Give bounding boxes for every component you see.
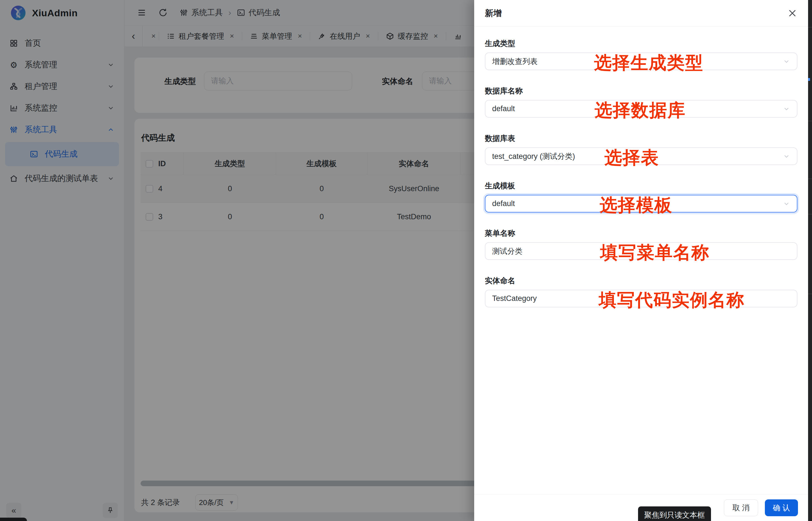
scrollbar-segment [808, 179, 812, 179]
corner-tooltip-fragment [0, 518, 27, 521]
input-value: TestCategory [492, 294, 790, 303]
drawer-header: 新增 [474, 0, 808, 27]
field-gen-template: 生成模板 default 选择模板 [485, 181, 797, 212]
input-value: 测试分类 [492, 246, 790, 256]
menu-name-input[interactable]: 测试分类 [485, 242, 797, 260]
field-label: 数据库名称 [485, 87, 797, 95]
table-select[interactable]: test_category (测试分类) [485, 148, 797, 165]
chevron-down-icon [783, 58, 790, 65]
scrollbar-segment [808, 121, 812, 121]
select-value: default [492, 199, 783, 208]
browser-scrollbar-strip[interactable] [808, 0, 812, 521]
select-value: test_category (测试分类) [492, 151, 783, 161]
template-select[interactable]: default [485, 195, 797, 212]
field-menu-name: 菜单名称 测试分类 填写菜单名称 [485, 229, 797, 260]
gen-type-select[interactable]: 增删改查列表 [485, 52, 797, 70]
confirm-button[interactable]: 确 认 [765, 499, 798, 516]
cancel-button[interactable]: 取 消 [724, 499, 758, 516]
field-label: 生成类型 [485, 39, 797, 48]
readonly-focus-tooltip: 聚焦到只读文本框 [638, 506, 711, 521]
entity-name-input[interactable]: TestCategory [485, 290, 797, 308]
drawer-title: 新增 [485, 7, 787, 19]
chevron-down-icon [783, 105, 790, 113]
database-select[interactable]: default [485, 100, 797, 118]
drawer-form: 生成类型 增删改查列表 选择生成类型 数据库名称 default 选择 [474, 27, 808, 308]
close-icon[interactable] [787, 8, 797, 18]
field-gen-type: 生成类型 增删改查列表 选择生成类型 [485, 39, 797, 70]
field-label: 生成模板 [485, 181, 797, 190]
field-entity-name: 实体命名 TestCategory 填写代码实例名称 [485, 276, 797, 308]
field-label: 菜单名称 [485, 229, 797, 238]
scrollbar-segment [808, 27, 812, 27]
scrollbar-segment [808, 294, 812, 294]
new-record-drawer: 新增 生成类型 增删改查列表 选择生成类型 数据库名称 default [474, 0, 808, 521]
scrollbar-marker [808, 78, 810, 81]
field-label: 数据库表 [485, 134, 797, 143]
select-value: default [492, 105, 783, 113]
chevron-down-icon [783, 200, 790, 207]
chevron-down-icon [783, 153, 790, 160]
select-value: 增删改查列表 [492, 56, 783, 67]
scrollbar-segment [808, 214, 812, 214]
app-window: XiuAdmin 首页 ⚙ 系统管理 [0, 0, 812, 521]
field-label: 实体命名 [485, 276, 797, 285]
field-database-table: 数据库表 test_category (测试分类) 选择表 [485, 134, 797, 165]
field-database-name: 数据库名称 default 选择数据库 [485, 87, 797, 118]
